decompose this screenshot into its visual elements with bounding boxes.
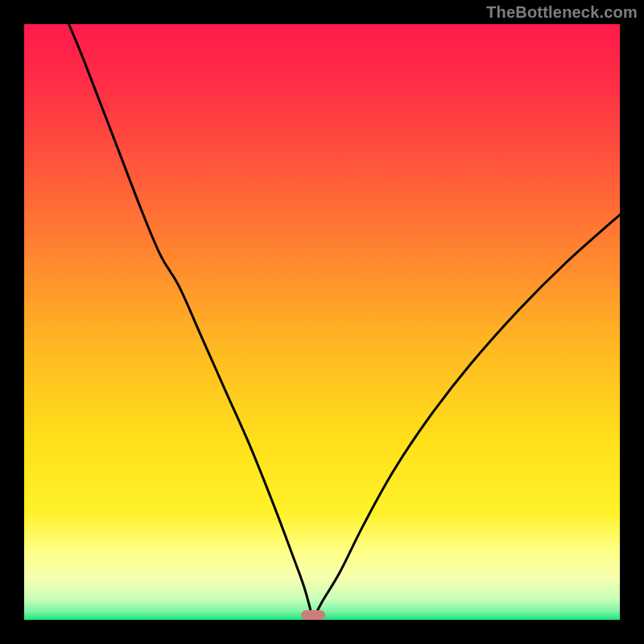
watermark-text: TheBottleneck.com (486, 3, 638, 22)
plot-area (24, 24, 620, 620)
chart-frame: TheBottleneck.com (0, 0, 644, 644)
optimal-point-marker (301, 610, 325, 620)
bottleneck-curve (24, 24, 620, 620)
